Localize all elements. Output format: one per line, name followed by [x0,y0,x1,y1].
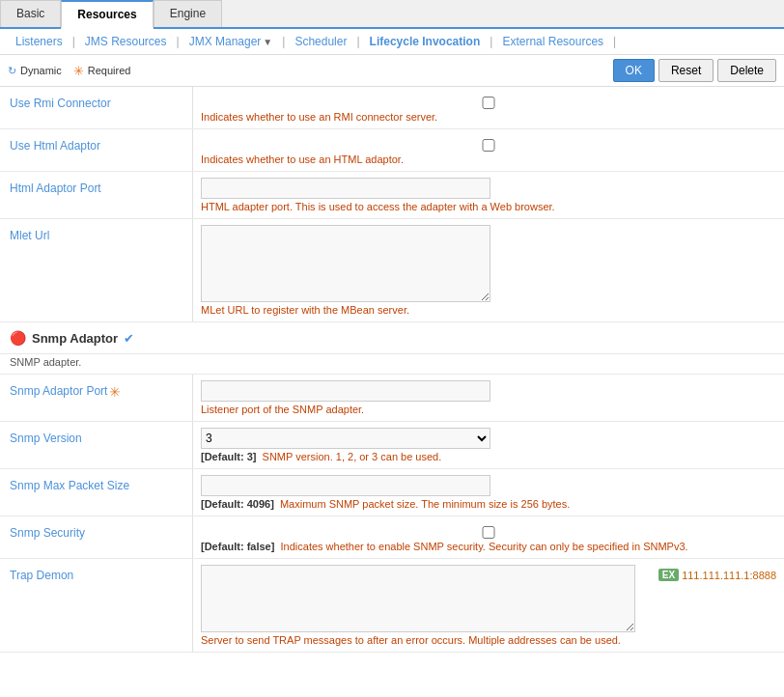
mlet-url-label: Mlet Url [0,219,193,321]
use-rmi-label: Use Rmi Connector [0,87,193,128]
snmp-maxpacket-input[interactable] [201,475,490,496]
html-port-field: HTML adapter port. This is used to acces… [193,172,784,218]
snmp-maxpacket-field: [Default: 4096] Maximum SNMP packet size… [193,469,784,516]
subnav-lifecycle[interactable]: Lifecycle Invocation [362,33,489,50]
dynamic-label: Dynamic [20,65,62,76]
subnav-external[interactable]: External Resources [494,33,611,50]
top-tabs: Basic Resources Engine [0,0,784,29]
trap-demon-field: EX 111.111.111.1:8888 Server to send TRA… [193,559,784,652]
subnav-listeners[interactable]: Listeners [8,33,70,50]
use-rmi-desc: Indicates whether to use an RMI connecto… [201,111,776,123]
snmp-version-desc: [Default: 3] SNMP version. 1, 2, or 3 ca… [201,451,776,462]
snmp-port-desc: Listener port of the SNMP adapter. [201,404,776,415]
mlet-url-textarea[interactable] [201,225,490,302]
example-badge: EX [658,569,679,581]
use-html-desc: Indicates whether to use an HTML adaptor… [201,153,776,165]
use-rmi-row: Use Rmi Connector Indicates whether to u… [0,87,784,129]
snmp-port-field: Listener port of the SNMP adapter. [193,375,784,421]
html-port-row: Html Adaptor Port HTML adapter port. Thi… [0,172,784,219]
trap-field-row: EX 111.111.111.1:8888 [201,565,776,632]
use-html-checkbox[interactable] [201,139,776,152]
form-area: Use Rmi Connector Indicates whether to u… [0,87,784,653]
snmp-title: Snmp Adaptor [32,331,118,346]
trap-example-value: 111.111.111.1:8888 [682,570,776,581]
subnav-scheduler[interactable]: Scheduler [287,33,354,50]
mlet-url-field: MLet URL to register with the MBean serv… [193,219,784,321]
trap-demon-textarea[interactable] [201,565,635,632]
snmp-version-field: 1 2 3 [Default: 3] SNMP version. 1, 2, o… [193,422,784,468]
trap-example: EX 111.111.111.1:8888 [658,569,776,581]
dynamic-icon: ↻ [8,65,16,77]
tab-basic[interactable]: Basic [0,0,61,27]
snmp-security-field: [Default: false] Indicates whether to en… [193,516,784,558]
required-star-icon: ✳ [109,384,121,400]
delete-button[interactable]: Delete [717,59,776,82]
action-buttons: OK Reset Delete [613,59,776,82]
snmp-security-row: Snmp Security [Default: false] Indicates… [0,516,784,559]
sub-nav: Listeners | JMS Resources | JMX Manager … [0,29,784,55]
mlet-url-desc: MLet URL to register with the MBean serv… [201,304,776,316]
dropdown-arrow-icon: ▼ [263,37,272,47]
use-html-label: Use Html Adaptor [0,129,193,171]
subnav-jms[interactable]: JMS Resources [77,33,175,50]
trap-demon-row: Trap Demon EX 111.111.111.1:8888 Server … [0,559,784,653]
html-port-input[interactable] [201,178,490,199]
mlet-url-row: Mlet Url MLet URL to register with the M… [0,219,784,322]
required-label: Required [88,65,131,76]
legend-bar: ↻ Dynamic ✳ Required OK Reset Delete [0,55,784,87]
use-html-field: Indicates whether to use an HTML adaptor… [193,129,784,171]
snmp-security-checkbox[interactable] [201,526,776,539]
snmp-desc: SNMP adapter. [0,354,784,375]
trap-demon-desc: Server to send TRAP messages to after an… [201,634,776,646]
use-rmi-field: Indicates whether to use an RMI connecto… [193,87,784,128]
subnav-jmx[interactable]: JMX Manager ▼ [182,33,281,50]
reset-button[interactable]: Reset [658,59,714,82]
snmp-version-label: Snmp Version [0,422,193,468]
snmp-port-row: Snmp Adaptor Port ✳ Listener port of the… [0,375,784,422]
snmp-security-desc: [Default: false] Indicates whether to en… [201,541,776,552]
snmp-maxpacket-row: Snmp Max Packet Size [Default: 4096] Max… [0,469,784,516]
tab-engine[interactable]: Engine [154,0,222,27]
snmp-check-icon: ✔ [124,331,134,346]
snmp-port-label: Snmp Adaptor Port ✳ [0,375,193,421]
snmp-version-select[interactable]: 1 2 3 [201,428,490,449]
html-port-label: Html Adaptor Port [0,172,193,218]
snmp-maxpacket-desc: [Default: 4096] Maximum SNMP packet size… [201,498,776,510]
snmp-version-row: Snmp Version 1 2 3 [Default: 3] SNMP ver… [0,422,784,469]
snmp-maxpacket-label: Snmp Max Packet Size [0,469,193,516]
trap-demon-label: Trap Demon [0,559,193,652]
snmp-security-label: Snmp Security [0,516,193,558]
snmp-icon: 🔴 [10,330,26,346]
snmp-port-input[interactable] [201,380,490,402]
use-html-row: Use Html Adaptor Indicates whether to us… [0,129,784,172]
use-rmi-checkbox[interactable] [201,97,776,109]
required-icon: ✳ [73,64,84,78]
html-port-desc: HTML adapter port. This is used to acces… [201,201,776,212]
ok-button[interactable]: OK [613,59,655,82]
tab-resources[interactable]: Resources [61,0,153,29]
snmp-section-header: 🔴 Snmp Adaptor ✔ [0,322,784,354]
